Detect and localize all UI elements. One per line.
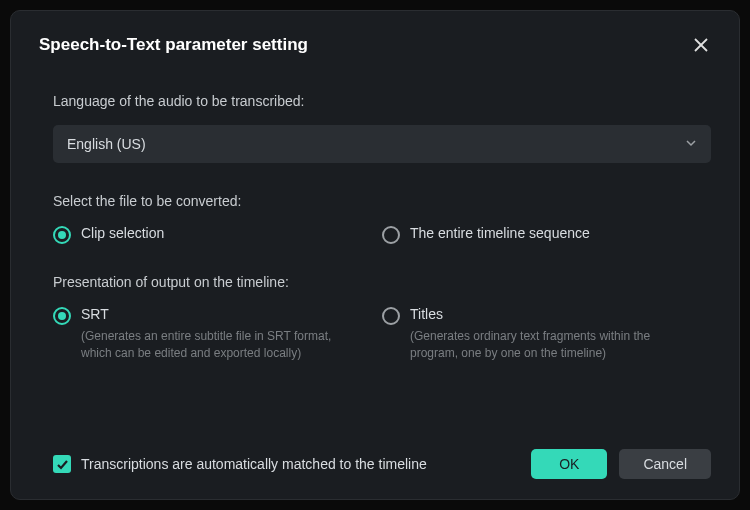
- cancel-button[interactable]: Cancel: [619, 449, 711, 479]
- language-selected-value: English (US): [67, 136, 146, 152]
- file-selection-section: Select the file to be converted: Clip se…: [53, 193, 711, 244]
- radio-description: (Generates an entire subtitle file in SR…: [81, 328, 361, 362]
- presentation-label: Presentation of output on the timeline:: [53, 274, 711, 290]
- dialog-footer: Transcriptions are automatically matched…: [39, 449, 711, 479]
- file-selection-radio-group: Clip selection The entire timeline seque…: [53, 225, 711, 244]
- language-dropdown[interactable]: English (US): [53, 125, 711, 163]
- chevron-down-icon: [685, 135, 697, 153]
- radio-label: SRT: [81, 306, 361, 322]
- language-section: Language of the audio to be transcribed:…: [53, 93, 711, 163]
- radio-titles[interactable]: Titles (Generates ordinary text fragment…: [382, 306, 711, 362]
- radio-label: The entire timeline sequence: [410, 225, 590, 241]
- checkbox-checked-icon: [53, 455, 71, 473]
- presentation-radio-group: SRT (Generates an entire subtitle file i…: [53, 306, 711, 362]
- auto-match-checkbox-row[interactable]: Transcriptions are automatically matched…: [53, 455, 427, 473]
- presentation-section: Presentation of output on the timeline: …: [53, 274, 711, 362]
- close-icon: [693, 37, 709, 53]
- file-selection-label: Select the file to be converted:: [53, 193, 711, 209]
- dialog-buttons: OK Cancel: [531, 449, 711, 479]
- language-label: Language of the audio to be transcribed:: [53, 93, 711, 109]
- radio-icon-selected: [53, 307, 71, 325]
- radio-entire-timeline[interactable]: The entire timeline sequence: [382, 225, 711, 244]
- radio-label: Clip selection: [81, 225, 164, 241]
- stt-settings-dialog: Speech-to-Text parameter setting Languag…: [10, 10, 740, 500]
- radio-icon-selected: [53, 226, 71, 244]
- radio-icon-unselected: [382, 226, 400, 244]
- close-button[interactable]: [691, 35, 711, 55]
- checkbox-label: Transcriptions are automatically matched…: [81, 456, 427, 472]
- radio-clip-selection[interactable]: Clip selection: [53, 225, 382, 244]
- ok-button[interactable]: OK: [531, 449, 607, 479]
- radio-srt[interactable]: SRT (Generates an entire subtitle file i…: [53, 306, 382, 362]
- dialog-header: Speech-to-Text parameter setting: [39, 35, 711, 55]
- radio-label: Titles: [410, 306, 690, 322]
- radio-description: (Generates ordinary text fragments withi…: [410, 328, 690, 362]
- dialog-title: Speech-to-Text parameter setting: [39, 35, 308, 55]
- radio-icon-unselected: [382, 307, 400, 325]
